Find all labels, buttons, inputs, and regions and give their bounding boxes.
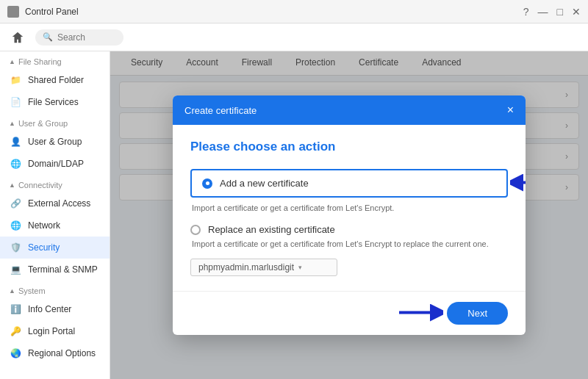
dropdown-caret-icon: ▾ [298,264,302,271]
app-icon [7,6,19,18]
sidebar-item-external-access[interactable]: 🔗 External Access [0,192,110,214]
terminal-icon: 💻 [9,263,22,276]
dropdown-value: phpmyadmin.marlusdigit [198,262,294,272]
sidebar-item-file-services[interactable]: 📄 File Services [0,91,110,113]
search-box[interactable]: 🔍 [35,29,123,46]
external-access-icon: 🔗 [9,197,22,210]
network-icon: 🌐 [9,219,22,232]
minimize-button[interactable]: — [538,6,548,18]
sidebar-item-security[interactable]: 🛡️ Security [0,237,110,259]
option-replace-certificate[interactable]: Replace an existing certificate [190,224,508,235]
option1-description: Import a certificate or get a certificat… [192,203,508,212]
top-nav: 🔍 [0,24,588,51]
folder-icon: 📁 [9,73,22,87]
maximize-button[interactable]: □ [557,6,563,18]
section-user-group: ▲ User & Group [0,113,110,131]
search-icon: 🔍 [43,32,53,42]
login-icon: 🔑 [9,325,22,338]
sidebar: ▲ File Sharing 📁 Shared Folder 📄 File Se… [0,51,110,379]
sidebar-item-network[interactable]: 🌐 Network [0,214,110,237]
app-title: Control Panel [25,7,79,17]
modal-heading: Please choose an action [190,140,508,154]
section-connectivity: ▲ Connectivity [0,175,110,192]
modal-body: Please choose an action Add a new certif… [173,125,526,291]
globe-icon: 🌏 [9,347,22,360]
sidebar-item-user-group[interactable]: 👤 User & Group [0,131,110,153]
sidebar-item-info-center[interactable]: ℹ️ Info Center [0,298,110,320]
next-button[interactable]: Next [447,302,508,325]
window-controls: ? — □ ✕ [523,6,581,18]
radio-replace-empty [190,225,201,235]
section-file-sharing: ▲ File Sharing [0,51,110,69]
option2-description: Import a certificate or get a certificat… [192,239,508,248]
search-input[interactable] [57,32,109,43]
certificate-dropdown[interactable]: phpmyadmin.marlusdigit ▾ [190,259,337,276]
option-add-new-certificate[interactable]: Add a new certificate [190,169,508,198]
main-panel: Security Account Firewall Protection Cer… [110,51,588,379]
file-icon: 📄 [9,95,22,109]
close-window-button[interactable]: ✕ [572,6,581,18]
title-bar: Control Panel ? — □ ✕ [0,0,588,24]
sidebar-item-login-portal[interactable]: 🔑 Login Portal [0,320,110,342]
arrow-pointing-to-option1 [510,172,526,192]
modal-title: Create certificate [184,105,257,116]
modal-footer: Next [173,291,526,335]
user-icon: 👤 [9,135,22,148]
info-icon: ℹ️ [9,303,22,316]
sidebar-item-regional-options[interactable]: 🌏 Regional Options [0,342,110,364]
help-button[interactable]: ? [523,6,529,18]
home-button[interactable] [9,29,26,46]
option2-label: Replace an existing certificate [208,224,335,235]
create-certificate-modal: Create certificate × Please choose an ac… [173,95,526,335]
arrow-pointing-to-next [395,302,443,322]
modal-close-button[interactable]: × [507,104,514,116]
sidebar-item-domain-ldap[interactable]: 🌐 Domain/LDAP [0,153,110,175]
modal-overlay: Create certificate × Please choose an ac… [110,51,588,379]
option1-label: Add a new certificate [220,178,309,189]
section-system: ▲ System [0,281,110,298]
modal-header: Create certificate × [173,95,526,125]
domain-icon: 🌐 [9,157,22,170]
sidebar-item-terminal-snmp[interactable]: 💻 Terminal & SNMP [0,259,110,281]
radio-add-new-selected [202,178,212,189]
sidebar-item-shared-folder[interactable]: 📁 Shared Folder [0,69,110,91]
shield-icon: 🛡️ [9,241,22,254]
